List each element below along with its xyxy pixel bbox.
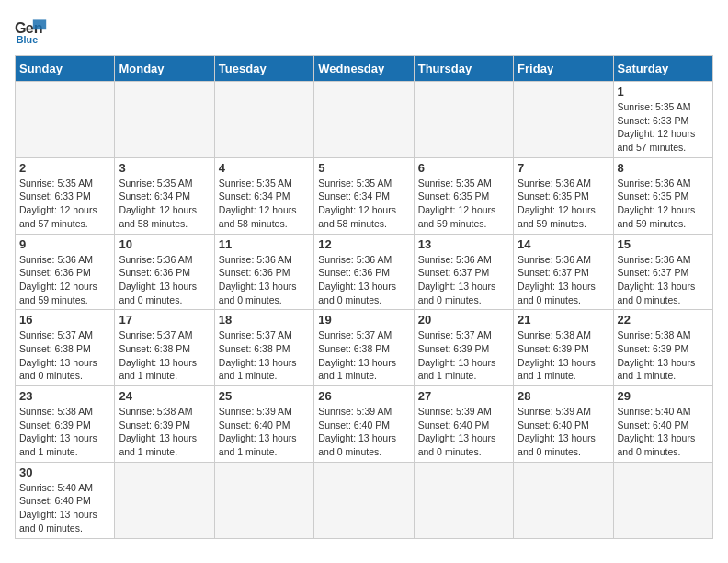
calendar-cell: 21Sunrise: 5:38 AM Sunset: 6:39 PM Dayli… (514, 310, 613, 386)
calendar-cell: 5Sunrise: 5:35 AM Sunset: 6:34 PM Daylig… (314, 157, 414, 234)
day-number: 10 (119, 237, 210, 251)
calendar-cell: 18Sunrise: 5:37 AM Sunset: 6:38 PM Dayli… (214, 310, 313, 386)
day-number: 15 (618, 237, 709, 251)
calendar-cell: 12Sunrise: 5:36 AM Sunset: 6:36 PM Dayli… (314, 234, 414, 310)
day-number: 17 (119, 313, 210, 327)
day-number: 24 (119, 389, 210, 403)
day-info: Sunrise: 5:39 AM Sunset: 6:40 PM Dayligh… (318, 405, 409, 459)
calendar-cell: 25Sunrise: 5:39 AM Sunset: 6:40 PM Dayli… (214, 386, 313, 463)
day-number: 30 (19, 465, 110, 479)
day-number: 19 (318, 313, 409, 327)
calendar-cell: 1Sunrise: 5:35 AM Sunset: 6:33 PM Daylig… (613, 82, 712, 158)
day-number: 7 (518, 161, 609, 175)
day-number: 8 (618, 161, 709, 175)
day-info: Sunrise: 5:38 AM Sunset: 6:39 PM Dayligh… (119, 405, 210, 459)
day-number: 6 (418, 161, 509, 175)
day-info: Sunrise: 5:37 AM Sunset: 6:38 PM Dayligh… (19, 328, 110, 383)
svg-text:Blue: Blue (17, 34, 38, 45)
calendar-week-row: 16Sunrise: 5:37 AM Sunset: 6:38 PM Dayli… (16, 310, 713, 386)
day-info: Sunrise: 5:37 AM Sunset: 6:38 PM Dayligh… (119, 328, 210, 383)
day-info: Sunrise: 5:36 AM Sunset: 6:36 PM Dayligh… (19, 253, 110, 307)
day-info: Sunrise: 5:35 AM Sunset: 6:34 PM Dayligh… (318, 177, 409, 231)
day-number: 1 (618, 85, 709, 98)
svg-marker-3 (33, 19, 46, 29)
day-info: Sunrise: 5:36 AM Sunset: 6:36 PM Dayligh… (219, 253, 310, 307)
day-info: Sunrise: 5:35 AM Sunset: 6:34 PM Dayligh… (219, 177, 310, 231)
calendar-cell (16, 82, 115, 158)
day-number: 25 (219, 389, 310, 403)
day-info: Sunrise: 5:38 AM Sunset: 6:39 PM Dayligh… (518, 328, 609, 383)
calendar-cell: 15Sunrise: 5:36 AM Sunset: 6:37 PM Dayli… (613, 234, 712, 310)
calendar-table: SundayMondayTuesdayWednesdayThursdayFrid… (15, 55, 713, 539)
logo: G e n Blue (15, 15, 51, 48)
day-number: 28 (518, 389, 609, 403)
calendar-cell: 26Sunrise: 5:39 AM Sunset: 6:40 PM Dayli… (314, 386, 414, 463)
calendar-cell: 8Sunrise: 5:36 AM Sunset: 6:35 PM Daylig… (613, 157, 712, 234)
calendar-cell (414, 462, 513, 538)
calendar-cell: 24Sunrise: 5:38 AM Sunset: 6:39 PM Dayli… (115, 386, 214, 463)
calendar-week-row: 9Sunrise: 5:36 AM Sunset: 6:36 PM Daylig… (16, 234, 713, 310)
day-number: 14 (518, 237, 609, 251)
day-info: Sunrise: 5:37 AM Sunset: 6:38 PM Dayligh… (318, 328, 409, 383)
calendar-cell: 6Sunrise: 5:35 AM Sunset: 6:35 PM Daylig… (414, 157, 513, 234)
day-info: Sunrise: 5:35 AM Sunset: 6:33 PM Dayligh… (19, 177, 110, 231)
day-header-thursday: Thursday (414, 56, 513, 82)
day-number: 11 (219, 237, 310, 251)
day-number: 5 (318, 161, 409, 175)
day-info: Sunrise: 5:40 AM Sunset: 6:40 PM Dayligh… (19, 481, 110, 535)
day-info: Sunrise: 5:35 AM Sunset: 6:35 PM Dayligh… (418, 177, 509, 231)
day-number: 13 (418, 237, 509, 251)
calendar-cell (514, 462, 613, 538)
day-info: Sunrise: 5:35 AM Sunset: 6:33 PM Dayligh… (618, 100, 709, 155)
calendar-week-row: 1Sunrise: 5:35 AM Sunset: 6:33 PM Daylig… (16, 82, 713, 158)
day-number: 21 (518, 313, 609, 327)
day-number: 20 (418, 313, 509, 327)
day-info: Sunrise: 5:36 AM Sunset: 6:37 PM Dayligh… (418, 253, 509, 307)
calendar-week-row: 23Sunrise: 5:38 AM Sunset: 6:39 PM Dayli… (16, 386, 713, 463)
day-info: Sunrise: 5:39 AM Sunset: 6:40 PM Dayligh… (418, 405, 509, 459)
calendar-cell: 9Sunrise: 5:36 AM Sunset: 6:36 PM Daylig… (16, 234, 115, 310)
day-info: Sunrise: 5:36 AM Sunset: 6:35 PM Dayligh… (618, 177, 709, 231)
day-number: 29 (618, 389, 709, 403)
calendar-cell: 29Sunrise: 5:40 AM Sunset: 6:40 PM Dayli… (613, 386, 712, 463)
calendar-cell: 10Sunrise: 5:36 AM Sunset: 6:36 PM Dayli… (115, 234, 214, 310)
day-info: Sunrise: 5:37 AM Sunset: 6:38 PM Dayligh… (219, 328, 310, 383)
calendar-header-row: SundayMondayTuesdayWednesdayThursdayFrid… (16, 56, 713, 82)
calendar-cell (613, 462, 712, 538)
day-number: 4 (219, 161, 310, 175)
calendar-cell (115, 462, 214, 538)
day-info: Sunrise: 5:36 AM Sunset: 6:37 PM Dayligh… (518, 253, 609, 307)
calendar-cell: 7Sunrise: 5:36 AM Sunset: 6:35 PM Daylig… (514, 157, 613, 234)
day-number: 2 (19, 161, 110, 175)
day-header-friday: Friday (514, 56, 613, 82)
day-header-wednesday: Wednesday (314, 56, 414, 82)
calendar-cell: 22Sunrise: 5:38 AM Sunset: 6:39 PM Dayli… (613, 310, 712, 386)
calendar-cell: 19Sunrise: 5:37 AM Sunset: 6:38 PM Dayli… (314, 310, 414, 386)
calendar-cell (115, 82, 214, 158)
day-number: 22 (618, 313, 709, 327)
day-info: Sunrise: 5:38 AM Sunset: 6:39 PM Dayligh… (618, 328, 709, 383)
day-number: 3 (119, 161, 210, 175)
calendar-cell (514, 82, 613, 158)
day-number: 18 (219, 313, 310, 327)
day-info: Sunrise: 5:40 AM Sunset: 6:40 PM Dayligh… (618, 405, 709, 459)
calendar-cell: 2Sunrise: 5:35 AM Sunset: 6:33 PM Daylig… (16, 157, 115, 234)
calendar-cell: 20Sunrise: 5:37 AM Sunset: 6:39 PM Dayli… (414, 310, 513, 386)
calendar-cell: 14Sunrise: 5:36 AM Sunset: 6:37 PM Dayli… (514, 234, 613, 310)
day-info: Sunrise: 5:36 AM Sunset: 6:36 PM Dayligh… (318, 253, 409, 307)
calendar-cell: 27Sunrise: 5:39 AM Sunset: 6:40 PM Dayli… (414, 386, 513, 463)
calendar-cell: 11Sunrise: 5:36 AM Sunset: 6:36 PM Dayli… (214, 234, 313, 310)
day-info: Sunrise: 5:39 AM Sunset: 6:40 PM Dayligh… (219, 405, 310, 459)
calendar-cell: 30Sunrise: 5:40 AM Sunset: 6:40 PM Dayli… (16, 462, 115, 538)
day-number: 12 (318, 237, 409, 251)
calendar-cell: 3Sunrise: 5:35 AM Sunset: 6:34 PM Daylig… (115, 157, 214, 234)
calendar-cell (314, 82, 414, 158)
day-info: Sunrise: 5:36 AM Sunset: 6:37 PM Dayligh… (618, 253, 709, 307)
day-info: Sunrise: 5:36 AM Sunset: 6:36 PM Dayligh… (119, 253, 210, 307)
logo-icon: G e n Blue (15, 15, 48, 48)
calendar-cell: 23Sunrise: 5:38 AM Sunset: 6:39 PM Dayli… (16, 386, 115, 463)
calendar-cell: 16Sunrise: 5:37 AM Sunset: 6:38 PM Dayli… (16, 310, 115, 386)
page-header: G e n Blue (15, 15, 713, 48)
day-header-sunday: Sunday (16, 56, 115, 82)
day-info: Sunrise: 5:37 AM Sunset: 6:39 PM Dayligh… (418, 328, 509, 383)
